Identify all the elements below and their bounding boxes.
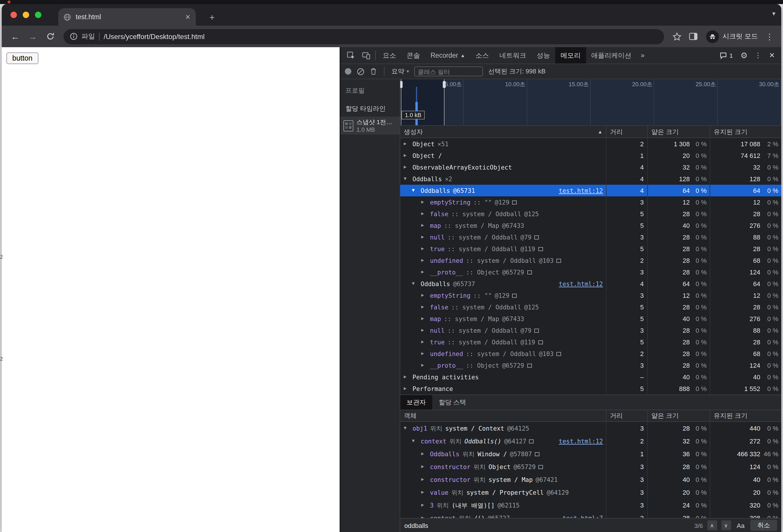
- expander-icon[interactable]: ▶: [421, 301, 427, 313]
- reveal-icon[interactable]: [512, 200, 517, 204]
- column-shallow-size[interactable]: 얕은 크기: [647, 410, 710, 421]
- new-tab-button[interactable]: +: [206, 10, 218, 23]
- column-constructor[interactable]: 생성자 ▲: [400, 126, 606, 137]
- info-icon[interactable]: [70, 33, 77, 40]
- table-row[interactable]: ▶ __proto__ :: Object @65729 3 280 % 124…: [400, 359, 781, 371]
- tab-console[interactable]: 콘솔: [401, 47, 425, 64]
- back-button[interactable]: ←: [7, 29, 23, 44]
- expander-icon[interactable]: ▶: [404, 371, 410, 383]
- more-tabs-button[interactable]: »: [636, 47, 649, 64]
- table-row[interactable]: ▶ true :: system / Oddball @119 5 280 % …: [400, 243, 781, 255]
- table-row[interactable]: ▶ Oddballs 위치 Window / @57807 1 360 % 46…: [400, 447, 781, 460]
- expander-icon[interactable]: ▼: [404, 173, 410, 185]
- expander-icon[interactable]: ▶: [421, 196, 427, 208]
- table-row[interactable]: ▼ Oddballs @65731 test.html:12 4 640 % 6…: [400, 185, 781, 196]
- table-row[interactable]: ▶ value 위치 system / PropertyCell @64129 …: [400, 486, 781, 499]
- table-row[interactable]: ▶ false :: system / Oddball @125 5 280 %…: [400, 301, 781, 313]
- reveal-icon[interactable]: [557, 352, 561, 356]
- table-row[interactable]: ▶ null :: system / Oddball @79 3 280 % 8…: [400, 231, 781, 243]
- expander-icon[interactable]: ▶: [421, 447, 427, 460]
- expander-icon[interactable]: ▶: [421, 243, 427, 255]
- table-row[interactable]: ▶ map :: system / Map @67433 5 400 % 276…: [400, 220, 781, 231]
- timeline-right-handle[interactable]: [444, 79, 444, 125]
- browser-menu-button[interactable]: ⋮: [764, 32, 776, 41]
- table-row[interactable]: ▶ __proto__ :: Object @65729 3 280 % 124…: [400, 266, 781, 278]
- search-cancel-button[interactable]: 취소: [750, 520, 777, 531]
- expander-icon[interactable]: ▼: [412, 435, 418, 447]
- table-row[interactable]: ▶ Object / 1 200 % 74 6127 %: [400, 150, 781, 161]
- search-input[interactable]: [404, 522, 690, 529]
- search-previous-button[interactable]: ∧: [707, 520, 717, 530]
- bookmark-star-button[interactable]: [670, 29, 684, 43]
- close-tab-icon[interactable]: ✕: [185, 13, 190, 21]
- profile-badge[interactable]: 시크릿 모드: [707, 30, 758, 43]
- expander-icon[interactable]: ▶: [404, 150, 410, 161]
- table-row[interactable]: ▶ map :: system / Map @67433 5 400 % 276…: [400, 313, 781, 324]
- tab-elements[interactable]: 요소: [377, 47, 401, 64]
- expander-icon[interactable]: ▶: [421, 348, 427, 359]
- reveal-icon[interactable]: [535, 328, 539, 333]
- expander-icon[interactable]: ▶: [421, 499, 427, 511]
- tab-application[interactable]: 애플리케이션: [586, 47, 636, 64]
- delete-profiles-icon[interactable]: [370, 68, 377, 75]
- tab-network[interactable]: 네트워크: [494, 47, 531, 64]
- reveal-icon[interactable]: [535, 452, 539, 456]
- expander-icon[interactable]: ▶: [421, 460, 427, 473]
- expander-icon[interactable]: ▶: [421, 231, 427, 243]
- reveal-icon[interactable]: [538, 340, 543, 344]
- table-row[interactable]: ▶ Performance 5 8880 % 1 5520 %: [400, 383, 781, 395]
- table-row[interactable]: ▶ false :: system / Oddball @125 5 280 %…: [400, 208, 781, 220]
- table-row[interactable]: ▶ Pending activities – 400 % 400 %: [400, 371, 781, 383]
- expander-icon[interactable]: ▶: [421, 266, 427, 278]
- reveal-icon[interactable]: [527, 270, 532, 274]
- table-row[interactable]: ▶ undefined :: system / Oddball @103 2 2…: [400, 348, 781, 359]
- issues-button[interactable]: 1: [717, 52, 736, 59]
- tab-memory[interactable]: 메모리: [555, 47, 586, 64]
- column-shallow-size[interactable]: 얕은 크기: [647, 126, 710, 137]
- window-close-button[interactable]: [10, 12, 17, 18]
- reveal-icon[interactable]: [527, 363, 532, 367]
- expander-icon[interactable]: ▶: [421, 313, 427, 324]
- window-minimize-button[interactable]: [23, 12, 29, 18]
- tab-recorder[interactable]: Recorder▲: [425, 47, 470, 64]
- address-bar[interactable]: 파일 /Users/yceffort/Desktop/test.html: [63, 29, 664, 44]
- devtools-close-button[interactable]: ✕: [766, 51, 778, 59]
- tab-allocation-stack[interactable]: 할당 스택: [432, 395, 472, 410]
- reveal-icon[interactable]: [538, 247, 543, 251]
- reveal-icon[interactable]: [539, 465, 543, 469]
- table-row[interactable]: ▶ Object ×51 2 1 3080 % 17 0882 %: [400, 138, 781, 150]
- clear-icon[interactable]: [356, 67, 365, 75]
- class-filter-input[interactable]: [414, 66, 483, 76]
- source-location-link[interactable]: test.html:12: [559, 185, 606, 196]
- device-toolbar-button[interactable]: [358, 47, 373, 64]
- table-row[interactable]: ▶ undefined :: system / Oddball @103 2 2…: [400, 255, 781, 266]
- expander-icon[interactable]: ▶: [421, 359, 427, 371]
- reveal-icon[interactable]: [557, 258, 561, 262]
- reveal-icon[interactable]: [529, 439, 534, 443]
- reveal-icon[interactable]: [535, 235, 539, 239]
- table-row[interactable]: ▶ constructor 위치 Object @65729 3 280 % 1…: [400, 460, 781, 473]
- expander-icon[interactable]: ▼: [412, 185, 418, 196]
- table-row[interactable]: ▼ Oddballs @65737 test.html:12 4 640 % 6…: [400, 278, 781, 290]
- table-row[interactable]: ▶ true :: system / Oddball @119 5 280 % …: [400, 336, 781, 348]
- table-row[interactable]: ▼ Oddballs ×2 4 1280 % 1280 %: [400, 173, 781, 185]
- reveal-icon[interactable]: [512, 293, 517, 298]
- tab-sources[interactable]: 소스: [470, 47, 494, 64]
- match-case-toggle[interactable]: Aa: [737, 522, 745, 529]
- window-maximize-button[interactable]: [35, 12, 41, 18]
- expander-icon[interactable]: ▶: [404, 138, 410, 150]
- expander-icon[interactable]: ▶: [421, 290, 427, 301]
- source-location-link[interactable]: test.html:12: [559, 278, 606, 290]
- forward-button[interactable]: →: [25, 29, 40, 44]
- expander-icon[interactable]: ▶: [404, 161, 410, 173]
- tab-search-chevron-icon[interactable]: ▾: [772, 10, 776, 18]
- table-row[interactable]: ▼ obj1 위치 system / Context @64125 3 280 …: [400, 422, 781, 435]
- table-row[interactable]: ▼ context 위치 Oddballs() @64127 test.html…: [400, 435, 781, 447]
- expander-icon[interactable]: ▶: [421, 208, 427, 220]
- expander-icon[interactable]: ▶: [421, 486, 427, 499]
- reload-button[interactable]: [42, 29, 58, 44]
- table-row[interactable]: ▶ emptyString :: "" @129 3 120 % 120 %: [400, 196, 781, 208]
- expander-icon[interactable]: ▶: [421, 473, 427, 486]
- page-button[interactable]: button: [6, 53, 38, 64]
- table-row[interactable]: ▶ emptyString :: "" @129 3 120 % 120 %: [400, 290, 781, 301]
